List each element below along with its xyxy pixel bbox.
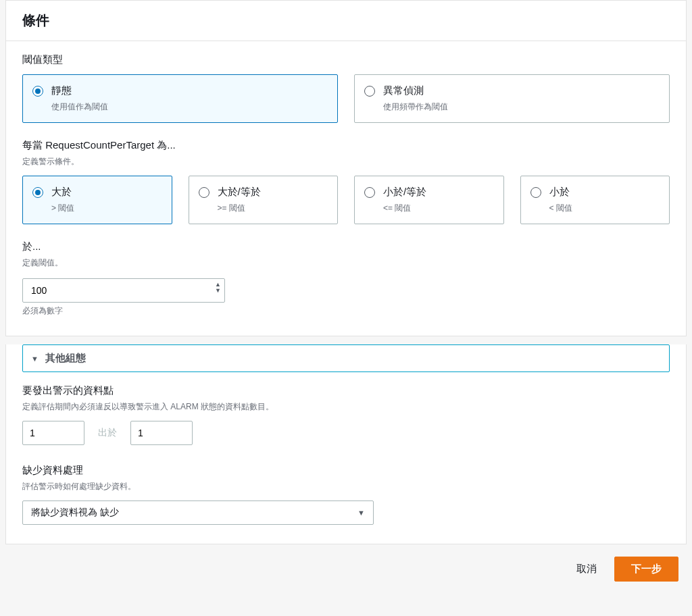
than-helper: 定義閾值。: [22, 257, 670, 269]
stepper-down-icon[interactable]: ▼: [215, 290, 221, 297]
option-title: 異常偵測: [383, 84, 448, 97]
radio-icon: [32, 187, 43, 198]
comparison-options: 大於 > 閾值 大於/等於 >= 閾值 小於/等於 <= 閾值: [22, 176, 670, 224]
stepper-buttons: ▲ ▼: [215, 284, 221, 297]
missing-data-helper: 評估警示時如何處理缺少資料。: [22, 481, 670, 492]
panel-header: 條件: [6, 1, 686, 41]
conditions-panel: 條件 閾值類型 靜態 使用值作為閾值 異常偵測 使用頻帶作為閾值: [5, 0, 687, 336]
threshold-type-static[interactable]: 靜態 使用值作為閾值: [22, 74, 338, 123]
option-title: 小於: [549, 186, 572, 199]
option-sub: >= 閾值: [218, 203, 261, 214]
option-sub: > 閾值: [51, 203, 74, 214]
threshold-type-anomaly[interactable]: 異常偵測 使用頻帶作為閾值: [354, 74, 670, 123]
radio-icon: [364, 86, 375, 97]
option-sub: 使用值作為閾值: [51, 101, 108, 113]
missing-data-selected: 將缺少資料視為 缺少: [31, 507, 119, 519]
evaluation-periods-input[interactable]: [130, 421, 193, 445]
option-sub: 使用頻帶作為閾值: [383, 101, 448, 113]
option-title: 小於/等於: [383, 186, 426, 199]
radio-icon: [364, 187, 375, 198]
caret-down-icon: ▼: [31, 355, 39, 363]
missing-data-select[interactable]: 將缺少資料視為 缺少 ▼: [22, 500, 374, 525]
whenever-helper: 定義警示條件。: [22, 156, 670, 168]
additional-config-section: ▼ 其他組態 要發出警示的資料點 定義評估期間內必須違反以導致警示進入 ALAR…: [5, 344, 687, 544]
comparison-less[interactable]: 小於 < 閾值: [520, 176, 670, 224]
option-title: 大於: [51, 186, 74, 199]
datapoints-label: 要發出警示的資料點 定義評估期間內必須違反以導致警示進入 ALARM 狀態的資料…: [22, 384, 670, 413]
threshold-value-input[interactable]: [22, 278, 225, 303]
comparison-greater[interactable]: 大於 > 閾值: [22, 176, 172, 224]
threshold-type-options: 靜態 使用值作為閾值 異常偵測 使用頻帶作為閾值: [22, 74, 670, 123]
radio-icon: [199, 187, 209, 198]
wizard-footer: 取消 下一步: [0, 544, 692, 582]
option-sub: < 閾值: [549, 203, 572, 214]
whenever-label: 每當 RequestCountPerTarget 為... 定義警示條件。: [22, 139, 670, 168]
radio-icon: [530, 187, 541, 198]
option-title: 靜態: [51, 84, 108, 97]
comparison-greater-equal[interactable]: 大於/等於 >= 閾值: [189, 176, 339, 224]
datapoints-helper: 定義評估期間內必須違反以導致警示進入 ALARM 狀態的資料點數目。: [22, 401, 670, 413]
next-button[interactable]: 下一步: [614, 557, 678, 582]
page-title: 條件: [22, 11, 670, 30]
option-sub: <= 閾值: [383, 203, 426, 214]
datapoints-between-text: 出於: [98, 427, 117, 439]
chevron-down-icon: ▼: [357, 509, 365, 517]
additional-config-title: 其他組態: [45, 352, 86, 365]
datapoints-to-alarm-input[interactable]: [22, 421, 84, 445]
additional-config-toggle[interactable]: ▼ 其他組態: [22, 344, 670, 372]
radio-icon: [32, 86, 43, 97]
option-title: 大於/等於: [218, 186, 261, 199]
missing-data-label: 缺少資料處理 評估警示時如何處理缺少資料。: [22, 464, 670, 492]
cancel-button[interactable]: 取消: [568, 557, 605, 581]
threshold-constraint: 必須為數字: [22, 305, 670, 317]
comparison-less-equal[interactable]: 小於/等於 <= 閾值: [354, 176, 504, 224]
threshold-type-label: 閾值類型: [22, 53, 670, 66]
than-label: 於... 定義閾值。: [22, 240, 670, 269]
